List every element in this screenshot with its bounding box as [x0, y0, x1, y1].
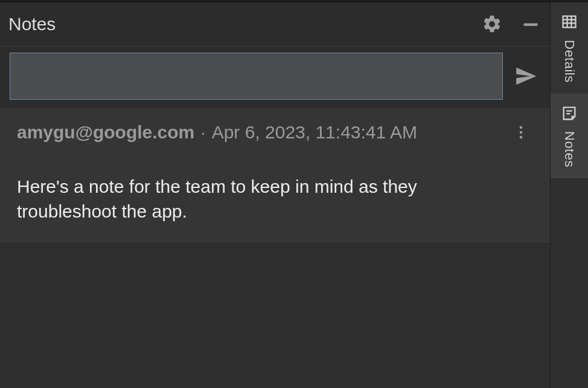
minimize-icon — [520, 14, 541, 34]
note-header: amygu@google.com · Apr 6, 2023, 11:43:41… — [17, 120, 533, 144]
grid-icon — [561, 13, 578, 34]
note-input[interactable] — [10, 53, 503, 100]
send-icon — [514, 65, 537, 88]
more-vert-icon — [513, 124, 529, 141]
notes-main: Notes — [0, 2, 551, 388]
rail-label-notes: Notes — [561, 131, 577, 167]
rail-tab-details[interactable]: Details — [551, 2, 588, 94]
rail-label-details: Details — [561, 40, 577, 83]
svg-point-3 — [520, 136, 523, 139]
minimize-button[interactable] — [519, 12, 543, 36]
note-menu-button[interactable] — [509, 120, 533, 144]
compose-row — [0, 46, 550, 108]
svg-rect-0 — [524, 24, 538, 26]
rail-tab-notes[interactable]: Notes — [551, 94, 588, 178]
settings-button[interactable] — [480, 12, 504, 36]
gear-icon — [482, 14, 502, 34]
send-button[interactable] — [511, 62, 540, 91]
side-rail: Details Notes — [551, 2, 588, 388]
svg-point-1 — [520, 126, 523, 129]
note-body: Here's a note for the team to keep in mi… — [17, 175, 512, 224]
panel-title: Notes — [8, 14, 480, 34]
panel-header: Notes — [0, 2, 550, 46]
header-actions — [480, 12, 544, 36]
note-separator: · — [194, 122, 211, 143]
note-icon — [561, 105, 578, 125]
note-author: amygu@google.com — [17, 122, 194, 143]
note-timestamp: Apr 6, 2023, 11:43:41 AM — [212, 122, 509, 143]
svg-point-2 — [520, 131, 523, 134]
notes-panel-root: Notes — [0, 0, 588, 388]
note-item: amygu@google.com · Apr 6, 2023, 11:43:41… — [0, 108, 550, 242]
rail-filler — [551, 178, 588, 388]
svg-rect-4 — [563, 16, 576, 28]
